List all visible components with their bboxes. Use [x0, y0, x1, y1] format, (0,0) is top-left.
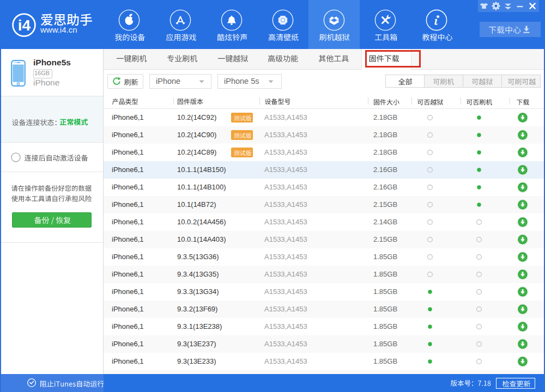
svg-text:i4: i4: [17, 17, 31, 34]
